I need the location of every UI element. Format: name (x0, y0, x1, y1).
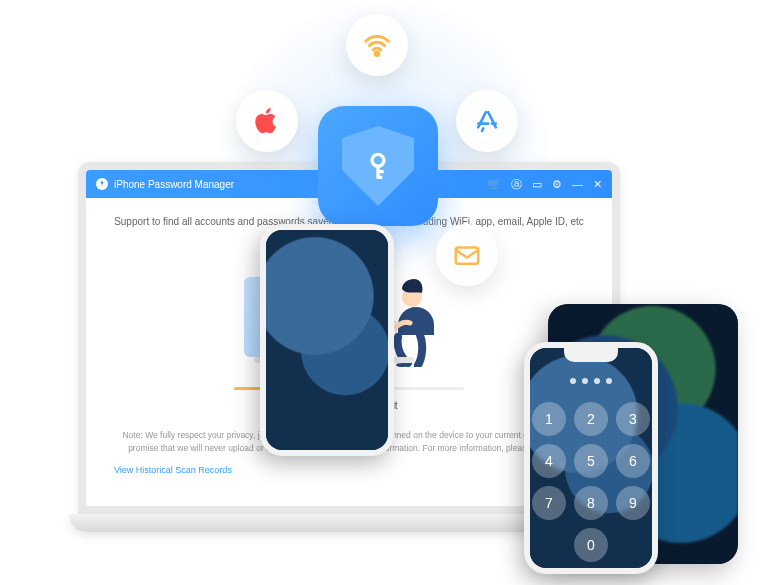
svg-point-12 (375, 52, 379, 56)
hero-app-icon (318, 106, 438, 226)
keypad-key[interactable]: 2 (574, 402, 608, 436)
keypad-key[interactable]: 8 (574, 486, 608, 520)
keypad-key[interactable]: 6 (616, 444, 650, 478)
view-history-link[interactable]: View Historical Scan Records (114, 465, 232, 475)
appstore-icon (456, 90, 518, 152)
keypad-key[interactable]: 7 (532, 486, 566, 520)
keypad-key[interactable]: 4 (532, 444, 566, 478)
phone-mockup: 1 2 3 4 5 6 7 8 9 0 (524, 342, 658, 574)
passcode-dots (570, 378, 612, 384)
keypad-key[interactable]: 5 (574, 444, 608, 478)
svg-point-8 (372, 154, 384, 166)
app-logo-icon (96, 178, 108, 190)
svg-point-7 (396, 363, 408, 367)
shield-icon (342, 126, 414, 206)
apple-logo-icon (236, 90, 298, 152)
svg-rect-13 (321, 329, 334, 352)
titlebar-controls: 🛒 ⓐ ▭ ⚙ — ✕ (487, 177, 602, 192)
svg-rect-15 (456, 248, 479, 264)
minimize-icon[interactable]: — (572, 178, 583, 190)
cart-icon[interactable]: 🛒 (487, 178, 501, 191)
keypad-key[interactable]: 3 (616, 402, 650, 436)
app-title: iPhone Password Manager (114, 179, 234, 190)
keypad-key[interactable]: 9 (616, 486, 650, 520)
keypad-key[interactable]: 1 (532, 402, 566, 436)
svg-rect-1 (102, 183, 103, 186)
close-icon[interactable]: ✕ (593, 178, 602, 191)
phone-notch (564, 348, 618, 362)
phone-icon (260, 224, 394, 456)
wifi-icon (346, 14, 408, 76)
mail-icon (436, 224, 498, 286)
gear-icon[interactable]: ⚙ (552, 178, 562, 191)
user-icon[interactable]: ⓐ (511, 177, 522, 192)
keypad-key[interactable]: 0 (574, 528, 608, 562)
message-icon[interactable]: ▭ (532, 178, 542, 191)
key-icon (361, 149, 395, 183)
keypad: 1 2 3 4 5 6 7 8 9 0 (532, 402, 650, 562)
